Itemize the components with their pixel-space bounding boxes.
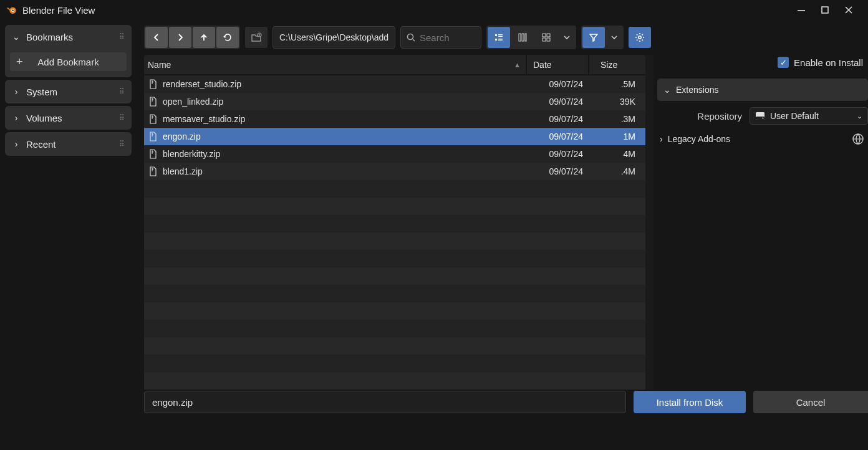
file-row[interactable]: blenderkitty.zip09/07/244M — [144, 145, 645, 163]
repository-label: Repository — [697, 111, 742, 122]
filename-input[interactable] — [144, 391, 626, 413]
column-size[interactable]: Size — [589, 55, 645, 74]
file-size: .4M — [589, 166, 645, 176]
svg-rect-10 — [498, 36, 503, 37]
svg-rect-13 — [519, 34, 521, 41]
file-name: open_linked.zip — [163, 97, 223, 107]
sort-asc-icon: ▲ — [514, 61, 521, 69]
enable-on-install-row[interactable]: ✓ Enable on Install — [657, 52, 868, 72]
legacy-addons-row[interactable]: › Legacy Add-ons — [657, 128, 868, 150]
system-title: System — [26, 87, 57, 97]
chevron-right-icon: › — [11, 87, 21, 97]
file-date: 09/07/24 — [527, 79, 589, 89]
add-bookmark-label: Add Bookmark — [37, 57, 99, 67]
drag-handle-icon[interactable]: ⠿ — [119, 32, 125, 41]
window-title: Blender File View — [22, 5, 95, 16]
svg-rect-4 — [822, 7, 828, 13]
empty-row — [144, 267, 645, 285]
disk-icon — [755, 112, 765, 120]
parent-dir-button[interactable] — [193, 27, 215, 48]
refresh-button[interactable] — [216, 27, 239, 48]
view-grid-button[interactable] — [535, 27, 557, 48]
file-date: 09/07/24 — [527, 97, 589, 107]
empty-row — [144, 215, 645, 232]
zip-file-icon — [148, 149, 159, 159]
svg-point-20 — [639, 36, 641, 39]
file-row[interactable]: memsaver_studio.zip09/07/24.3M — [144, 110, 645, 128]
settings-button[interactable] — [629, 27, 651, 48]
search-input[interactable] — [420, 32, 470, 43]
viewmode-menu-button[interactable] — [559, 27, 575, 48]
new-folder-button[interactable] — [245, 27, 268, 48]
svg-rect-15 — [525, 34, 526, 41]
maximize-button[interactable] — [821, 6, 829, 14]
main-toolbar — [137, 25, 653, 55]
checkbox-checked-icon[interactable]: ✓ — [778, 57, 789, 68]
drag-handle-icon[interactable]: ⠿ — [119, 140, 125, 148]
chevron-right-icon: › — [11, 113, 21, 123]
svg-rect-9 — [498, 34, 503, 36]
file-size: 4M — [589, 149, 645, 159]
svg-rect-17 — [547, 34, 550, 37]
chevron-down-icon: ⌄ — [857, 112, 862, 120]
enable-on-install-label: Enable on Install — [794, 57, 863, 68]
svg-rect-8 — [495, 39, 497, 41]
file-row[interactable]: open_linked.zip09/07/2439K — [144, 93, 645, 110]
add-bookmark-button[interactable]: + Add Bookmark — [10, 52, 127, 71]
zip-file-icon — [148, 114, 159, 124]
empty-row — [144, 180, 645, 198]
file-row[interactable]: renderset_studio.zip09/07/24.5M — [144, 75, 645, 93]
globe-icon[interactable] — [852, 133, 864, 145]
legacy-addons-label: Legacy Add-ons — [668, 134, 730, 144]
titlebar: Blender File View — [0, 0, 868, 20]
extensions-header[interactable]: ⌄ Extensions — [657, 79, 868, 101]
svg-rect-7 — [495, 34, 497, 36]
filter-group — [581, 26, 624, 49]
svg-rect-14 — [522, 34, 524, 41]
repository-select[interactable]: User Default ⌄ — [750, 107, 868, 125]
scrollbar[interactable] — [645, 55, 653, 390]
install-button[interactable]: Install from Disk — [634, 391, 746, 413]
volumes-section[interactable]: ›Volumes ⠿ — [5, 106, 132, 130]
system-section[interactable]: ›System ⠿ — [5, 80, 132, 103]
empty-row — [144, 198, 645, 215]
empty-row — [144, 337, 645, 355]
svg-point-2 — [12, 9, 14, 11]
file-name: renderset_studio.zip — [163, 79, 241, 89]
file-size: .5M — [589, 79, 645, 89]
file-date: 09/07/24 — [527, 132, 589, 141]
file-size: 39K — [589, 97, 645, 107]
path-input[interactable] — [272, 26, 395, 49]
repository-value: User Default — [770, 111, 852, 121]
view-columns-button[interactable] — [511, 27, 534, 48]
cancel-button[interactable]: Cancel — [753, 391, 868, 413]
forward-button[interactable] — [169, 27, 191, 48]
drag-handle-icon[interactable]: ⠿ — [119, 87, 125, 96]
file-size: 1M — [589, 132, 645, 141]
filter-menu-button[interactable] — [606, 27, 622, 48]
minimize-button[interactable] — [797, 6, 806, 14]
empty-row — [144, 372, 645, 390]
view-list-button[interactable] — [488, 27, 510, 48]
close-button[interactable] — [844, 6, 853, 14]
recent-section[interactable]: ›Recent ⠿ — [5, 132, 132, 156]
file-name: blenderkitty.zip — [163, 149, 220, 159]
sidebar: ⌄ Bookmarks ⠿ + Add Bookmark ›System ⠿ ›… — [0, 20, 137, 450]
empty-row — [144, 250, 645, 267]
file-row[interactable]: engon.zip09/07/241M — [144, 128, 645, 145]
nav-group — [144, 26, 240, 49]
bookmarks-header[interactable]: ⌄ Bookmarks ⠿ — [5, 25, 132, 49]
column-date[interactable]: Date — [527, 55, 589, 74]
chevron-down-icon: ⌄ — [11, 32, 21, 42]
extensions-label: Extensions — [676, 85, 718, 95]
search-box[interactable] — [400, 26, 481, 49]
svg-rect-12 — [498, 41, 503, 41]
back-button[interactable] — [145, 27, 168, 48]
file-date: 09/07/24 — [527, 149, 589, 159]
svg-point-23 — [763, 118, 764, 119]
file-row[interactable]: blend1.zip09/07/24.4M — [144, 163, 645, 180]
filter-button[interactable] — [582, 27, 605, 48]
column-name[interactable]: Name▲ — [144, 55, 527, 74]
drag-handle-icon[interactable]: ⠿ — [119, 113, 125, 122]
file-date: 09/07/24 — [527, 166, 589, 176]
